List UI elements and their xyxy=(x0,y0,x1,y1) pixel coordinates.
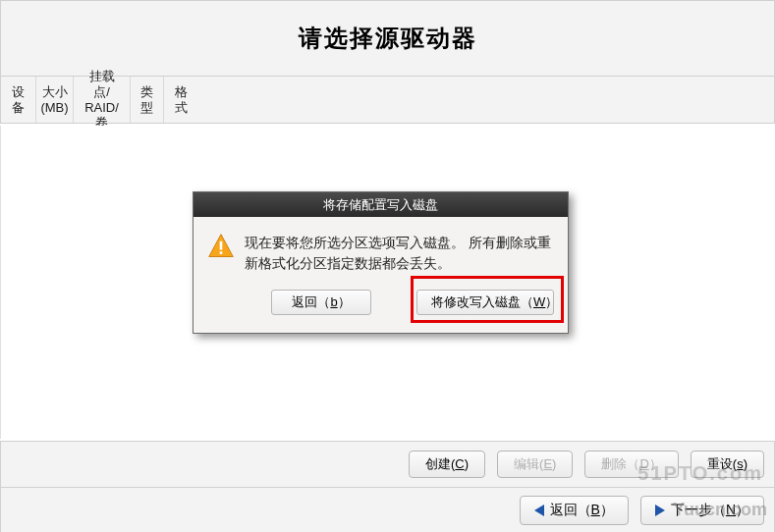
arrow-left-icon xyxy=(534,505,544,516)
footer-nav: 返回（B） 下一步（N） xyxy=(0,488,775,532)
dialog-body: 现在要将您所选分区选项写入磁盘。 所有删除或重新格式化分区指定数据都会丢失。 xyxy=(194,217,568,282)
wizard-back-button[interactable]: 返回（B） xyxy=(520,496,629,525)
dialog-message: 现在要将您所选分区选项写入磁盘。 所有删除或重新格式化分区指定数据都会丢失。 xyxy=(245,233,554,274)
column-header-row: 设备 大小 (MB) 挂载点/ RAID/卷 类型 格式 xyxy=(0,77,775,124)
column-header-size[interactable]: 大小 (MB) xyxy=(36,77,74,123)
dialog-button-row: 返回（b） 将修改写入磁盘（W） xyxy=(194,282,568,333)
page-title: 请选择源驱动器 xyxy=(299,23,477,54)
column-header-device[interactable]: 设备 xyxy=(1,77,36,123)
warning-icon xyxy=(207,233,235,260)
column-header-type[interactable]: 类型 xyxy=(131,77,164,123)
svg-rect-1 xyxy=(220,241,223,250)
column-header-mountpoint[interactable]: 挂载点/ RAID/卷 xyxy=(74,77,131,123)
dialog-title: 将存储配置写入磁盘 xyxy=(194,192,568,217)
bottom-toolbar: 创建(C) 编辑(E) 删除（D） 重设(s) xyxy=(0,441,775,488)
create-button[interactable]: 创建(C) xyxy=(409,451,485,478)
svg-rect-2 xyxy=(220,251,223,254)
column-header-format[interactable]: 格式 xyxy=(164,77,197,123)
arrow-right-icon xyxy=(655,505,665,516)
edit-button: 编辑(E) xyxy=(497,451,573,478)
header-panel: 请选择源驱动器 xyxy=(0,0,775,77)
wizard-next-button[interactable]: 下一步（N） xyxy=(640,496,764,525)
delete-button: 删除（D） xyxy=(584,451,678,478)
dialog-back-button[interactable]: 返回（b） xyxy=(271,290,371,315)
write-to-disk-dialog: 将存储配置写入磁盘 现在要将您所选分区选项写入磁盘。 所有删除或重新格式化分区指… xyxy=(193,191,569,334)
dialog-write-button[interactable]: 将修改写入磁盘（W） xyxy=(416,290,554,315)
reset-button[interactable]: 重设(s) xyxy=(691,451,764,478)
